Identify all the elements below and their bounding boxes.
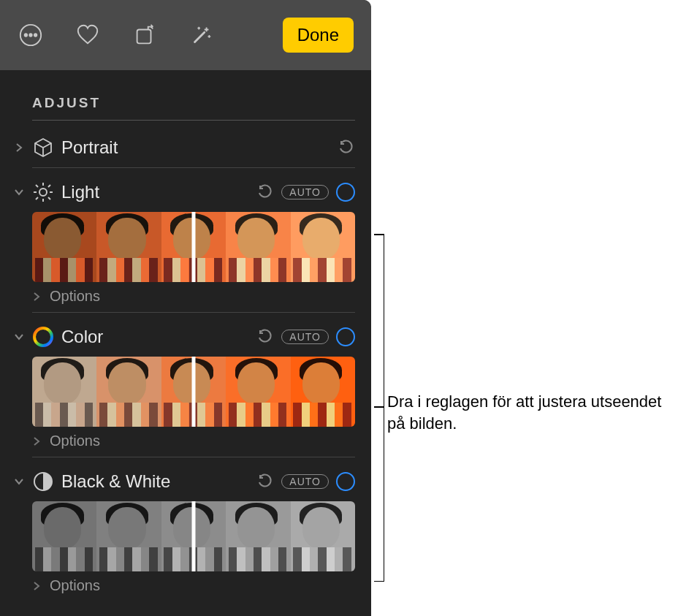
options-toggle-bw[interactable]: Options: [31, 577, 355, 594]
chevron-down-icon[interactable]: [13, 331, 25, 343]
bw-slider[interactable]: [32, 501, 355, 571]
adjustment-header-bw[interactable]: Black & White AUTO: [13, 468, 355, 495]
adjust-scroll-area: ADJUST Portrait: [0, 70, 371, 594]
portrait-cube-icon: [32, 137, 54, 159]
light-slider[interactable]: [32, 212, 355, 282]
adjustment-bw: Black & White AUTO: [13, 468, 355, 594]
color-slider[interactable]: [32, 357, 355, 427]
enable-ring[interactable]: [336, 472, 355, 491]
wand-icon[interactable]: [188, 22, 215, 48]
callout-tick: [374, 406, 384, 408]
preview-thumb: [226, 357, 290, 427]
chevron-right-icon[interactable]: [13, 142, 25, 153]
svg-point-5: [39, 189, 47, 196]
preview-thumb: [96, 357, 161, 427]
options-toggle-color[interactable]: Options: [31, 433, 355, 449]
reset-icon[interactable]: [256, 183, 274, 201]
options-label: Options: [50, 577, 100, 594]
svg-point-2: [29, 34, 31, 36]
more-icon[interactable]: [18, 22, 44, 48]
chevron-right-icon: [31, 580, 42, 592]
light-sun-icon: [32, 181, 54, 203]
slider-thumb[interactable]: [192, 212, 196, 282]
enable-ring[interactable]: [336, 183, 355, 202]
callout-text: Dra i reglagen för att justera utseendet…: [387, 391, 665, 434]
editor-toolbar: Done: [0, 0, 371, 70]
adjust-panel: Done ADJUST Portrait: [0, 0, 371, 616]
auto-button[interactable]: AUTO: [281, 474, 329, 489]
preview-thumb: [291, 501, 355, 571]
reset-icon[interactable]: [256, 328, 274, 346]
options-label: Options: [50, 433, 100, 449]
preview-thumb: [291, 357, 355, 427]
crop-icon[interactable]: [132, 22, 158, 48]
preview-thumb: [32, 212, 96, 282]
done-button[interactable]: Done: [283, 18, 354, 53]
adjustment-light: Light AUTO: [13, 178, 355, 313]
svg-point-1: [25, 34, 27, 36]
preview-thumb: [226, 212, 290, 282]
adjustment-portrait: Portrait: [13, 134, 355, 168]
heart-icon[interactable]: [75, 22, 101, 48]
adjustment-header-light[interactable]: Light AUTO: [13, 178, 355, 206]
slider-thumb[interactable]: [192, 501, 196, 571]
svg-rect-4: [137, 29, 151, 43]
divider: [32, 120, 355, 121]
adjustment-label: Light: [61, 182, 249, 202]
adjustment-label: Portrait: [61, 137, 330, 158]
chevron-down-icon[interactable]: [13, 476, 25, 487]
svg-point-3: [34, 34, 37, 36]
chevron-right-icon: [31, 291, 42, 303]
bw-contrast-icon: [32, 471, 54, 493]
auto-button[interactable]: AUTO: [281, 330, 329, 344]
preview-thumb: [32, 357, 96, 427]
divider: [32, 167, 355, 168]
enable-ring[interactable]: [336, 327, 355, 346]
options-toggle-light[interactable]: Options: [31, 288, 355, 305]
adjustment-label: Black & White: [61, 471, 249, 492]
reset-icon[interactable]: [256, 473, 274, 490]
divider: [32, 312, 355, 313]
preview-thumb: [32, 501, 96, 571]
adjustment-label: Color: [61, 327, 249, 347]
reset-icon[interactable]: [338, 139, 355, 156]
divider: [32, 457, 355, 457]
slider-thumb[interactable]: [192, 357, 196, 427]
chevron-down-icon[interactable]: [13, 186, 25, 198]
chevron-right-icon: [31, 436, 42, 447]
options-label: Options: [50, 288, 100, 305]
preview-thumb: [226, 501, 290, 571]
adjustment-header-portrait[interactable]: Portrait: [13, 134, 355, 161]
preview-thumb: [96, 212, 161, 282]
callout-bracket: [374, 234, 384, 582]
preview-thumb: [96, 501, 161, 571]
adjustment-color: Color AUTO: [13, 323, 355, 457]
color-wheel-icon: [32, 326, 54, 348]
adjustment-header-color[interactable]: Color AUTO: [13, 323, 355, 351]
preview-thumb: [291, 212, 355, 282]
auto-button[interactable]: AUTO: [281, 185, 329, 199]
adjust-title: ADJUST: [32, 95, 355, 111]
svg-point-6: [34, 328, 52, 346]
